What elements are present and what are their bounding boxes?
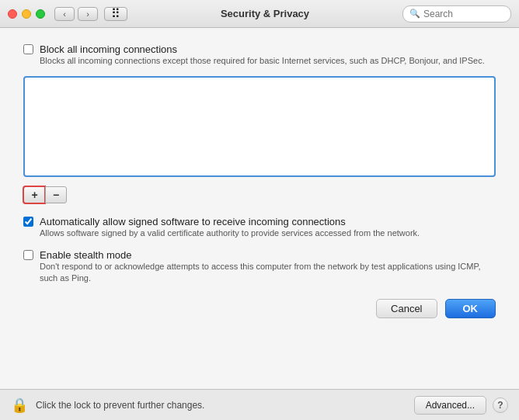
bottom-right: Advanced... ? <box>414 396 508 415</box>
list-controls: + − <box>23 186 496 203</box>
grid-button[interactable]: ⠿ <box>104 7 127 21</box>
forward-button[interactable]: › <box>78 7 98 21</box>
auto-allow-label: Automatically allow signed software to r… <box>40 216 346 227</box>
auto-allow-checkbox[interactable] <box>23 217 33 227</box>
nav-buttons: ‹ › <box>54 7 98 21</box>
block-all-row: Block all incoming connections <box>23 43 496 55</box>
grid-icon: ⠿ <box>111 6 120 21</box>
search-input[interactable] <box>423 9 504 19</box>
block-all-checkbox-container <box>23 44 33 54</box>
back-button[interactable]: ‹ <box>54 7 75 21</box>
stealth-label: Enable stealth mode <box>40 249 132 261</box>
traffic-lights <box>8 9 45 19</box>
block-all-section: Block all incoming connections Blocks al… <box>23 43 496 67</box>
help-button[interactable]: ? <box>493 397 508 413</box>
maximize-button[interactable] <box>36 9 45 19</box>
block-all-label: Block all incoming connections <box>40 43 177 55</box>
block-all-checkbox[interactable] <box>23 44 33 54</box>
add-app-button[interactable]: + <box>23 186 45 203</box>
stealth-description: Don't respond to or acknowledge attempts… <box>40 261 496 285</box>
advanced-button[interactable]: Advanced... <box>414 396 486 415</box>
window-title: Security & Privacy <box>127 8 402 19</box>
block-all-description: Blocks all incoming connections except t… <box>40 55 496 67</box>
remove-app-button[interactable]: − <box>45 186 67 203</box>
stealth-checkbox[interactable] <box>23 250 33 260</box>
stealth-checkbox-container <box>23 250 33 260</box>
lock-icon[interactable]: 🔒 <box>11 397 28 414</box>
search-box[interactable]: 🔍 <box>402 5 511 23</box>
minimize-button[interactable] <box>22 9 31 19</box>
close-button[interactable] <box>8 9 17 19</box>
lock-text: Click the lock to prevent further change… <box>36 400 414 411</box>
auto-allow-description: Allows software signed by a valid certif… <box>40 227 496 239</box>
buttons-row: Cancel OK <box>23 299 496 318</box>
cancel-button[interactable]: Cancel <box>376 299 437 318</box>
bottombar: 🔒 Click the lock to prevent further chan… <box>0 389 519 420</box>
main-content: Block all incoming connections Blocks al… <box>0 28 519 389</box>
ok-button[interactable]: OK <box>445 299 496 318</box>
search-icon: 🔍 <box>409 9 420 19</box>
auto-allow-row: Automatically allow signed software to r… <box>23 216 496 227</box>
stealth-row: Enable stealth mode <box>23 249 496 261</box>
app-list-box <box>23 76 496 177</box>
auto-allow-section: Automatically allow signed software to r… <box>23 213 496 239</box>
list-controls-area: + − <box>23 186 496 203</box>
titlebar: ‹ › ⠿ Security & Privacy 🔍 <box>0 0 519 28</box>
stealth-section: Enable stealth mode Don't respond to or … <box>23 249 496 285</box>
